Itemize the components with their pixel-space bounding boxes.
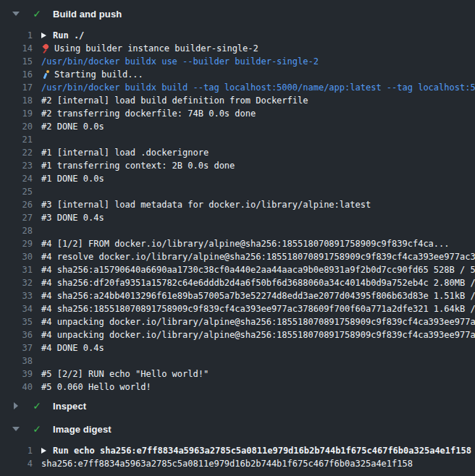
log-text: #1 DONE 0.0s: [41, 172, 104, 185]
log-line: 16Starting build...: [0, 68, 475, 81]
line-number[interactable]: 35: [0, 315, 33, 328]
log-text: Starting build...: [41, 68, 143, 81]
log-line: 1Run echo sha256:e7ff8834a5963a2785c5a08…: [0, 444, 475, 457]
chevron-down-icon: [12, 427, 20, 431]
log-text: #4 sha256:185518070891758909c9f839cf4ca3…: [41, 302, 475, 315]
log-line: 26#3 [internal] load metadata for docker…: [0, 198, 475, 211]
line-number[interactable]: 37: [0, 341, 33, 354]
section-title: Image digest: [53, 424, 112, 435]
log-line: 40#5 0.060 Hello world!: [0, 381, 475, 394]
line-number[interactable]: 34: [0, 302, 33, 315]
log-line: 19#2 transferring dockerfile: 74B 0.0s d…: [0, 107, 475, 120]
runner-icon: [41, 70, 51, 80]
line-number[interactable]: 29: [0, 237, 33, 250]
log-text: /usr/bin/docker buildx build --tag local…: [41, 81, 475, 94]
chevron-down-icon: [12, 12, 20, 16]
line-number[interactable]: 20: [0, 120, 33, 133]
line-number[interactable]: 17: [0, 81, 33, 94]
section-image-digest: ✓ Image digest 1Run echo sha256:e7ff8834…: [0, 421, 475, 470]
line-number[interactable]: 32: [0, 276, 33, 289]
run-arrow-icon[interactable]: [41, 33, 46, 38]
chevron-right-icon: [14, 402, 18, 409]
line-number[interactable]: 16: [0, 68, 33, 81]
line-number[interactable]: 1: [0, 29, 33, 42]
line-number[interactable]: 27: [0, 211, 33, 224]
line-number[interactable]: 31: [0, 263, 33, 276]
log-text: #1 [internal] load .dockerignore: [41, 146, 209, 159]
log-text: #3 [internal] load metadata for docker.i…: [41, 198, 371, 211]
log-line: 28: [0, 224, 475, 237]
log-line: 18#2 [internal] load build definition fr…: [0, 94, 475, 107]
section-title: Build and push: [53, 9, 122, 20]
log-text: #5 0.060 Hello world!: [41, 381, 151, 394]
line-number[interactable]: 40: [0, 381, 33, 394]
line-number[interactable]: 24: [0, 172, 33, 185]
log-text: #4 resolve docker.io/library/alpine@sha2…: [41, 250, 475, 263]
log-line: 35#4 unpacking docker.io/library/alpine@…: [0, 315, 475, 328]
log-line: 23#1 transferring context: 2B 0.0s done: [0, 159, 475, 172]
log-text: #3 DONE 0.4s: [41, 211, 104, 224]
section-header-image-digest[interactable]: ✓ Image digest: [0, 421, 475, 437]
log-text: #4 DONE 0.4s: [41, 341, 104, 354]
check-icon: ✓: [33, 424, 41, 434]
line-number[interactable]: 39: [0, 367, 33, 381]
log-line: 21: [0, 133, 475, 146]
log-line: 38: [0, 354, 475, 367]
line-number[interactable]: 14: [0, 42, 33, 55]
log-line: 14Using builder instance builder-single-…: [0, 42, 475, 55]
log-line: 15/usr/bin/docker buildx use --builder b…: [0, 55, 475, 68]
section-inspect: ✓ Inspect: [0, 398, 475, 414]
log-text: #4 unpacking docker.io/library/alpine@sh…: [41, 315, 475, 328]
line-number[interactable]: 28: [0, 224, 33, 237]
log-text: #1 transferring context: 2B 0.0s done: [41, 159, 235, 172]
log-line: 24#1 DONE 0.0s: [0, 172, 475, 185]
line-number[interactable]: 19: [0, 107, 33, 120]
log-line: 25: [0, 185, 475, 198]
line-number[interactable]: 21: [0, 133, 33, 146]
line-number[interactable]: 25: [0, 185, 33, 198]
log-line: 4sha256:e7ff8834a5963a2785c5a0811e979d16…: [0, 457, 475, 470]
log-lines-image-digest: 1Run echo sha256:e7ff8834a5963a2785c5a08…: [0, 444, 475, 470]
log-line: 22#1 [internal] load .dockerignore: [0, 146, 475, 159]
log-text: #4 sha256:df20fa9351a15782c64e6dddb2d4a6…: [41, 276, 475, 289]
log-line: 29#4 [1/2] FROM docker.io/library/alpine…: [0, 237, 475, 250]
log-line: 33#4 sha256:a24bb4013296f61e89ba57005a7b…: [0, 289, 475, 302]
check-icon: ✓: [33, 9, 41, 19]
section-header-build-and-push[interactable]: ✓ Build and push: [0, 6, 475, 22]
line-number[interactable]: 38: [0, 354, 33, 367]
line-number[interactable]: 33: [0, 289, 33, 302]
log-line: 32#4 sha256:df20fa9351a15782c64e6dddb2d4…: [0, 276, 475, 289]
run-arrow-icon[interactable]: [41, 448, 46, 454]
log-line: 20#2 DONE 0.0s: [0, 120, 475, 133]
log-text: #2 [internal] load build definition from…: [41, 94, 308, 107]
log-text: #4 [1/2] FROM docker.io/library/alpine@s…: [41, 237, 450, 250]
line-number[interactable]: 23: [0, 159, 33, 172]
line-number[interactable]: 26: [0, 198, 33, 211]
line-number[interactable]: 15: [0, 55, 33, 68]
pushpin-icon: [41, 44, 51, 54]
section-build-and-push: ✓ Build and push 1Run ./14Using builder …: [0, 6, 475, 394]
log-text: #5 [2/2] RUN echo "Hello world!": [41, 367, 209, 381]
log-text: #2 transferring dockerfile: 74B 0.0s don…: [41, 107, 256, 120]
line-number[interactable]: 36: [0, 328, 33, 341]
log-line: 34#4 sha256:185518070891758909c9f839cf4c…: [0, 302, 475, 315]
line-number[interactable]: 4: [0, 457, 33, 470]
log-text: /usr/bin/docker buildx use --builder bui…: [41, 55, 319, 68]
log-text: #2 DONE 0.0s: [41, 120, 104, 133]
log-line: 31#4 sha256:a15790640a6690aa1730c38cf0a4…: [0, 263, 475, 276]
line-number[interactable]: 18: [0, 94, 33, 107]
log-line: 27#3 DONE 0.4s: [0, 211, 475, 224]
log-text: #4 unpacking docker.io/library/alpine@sh…: [41, 328, 475, 341]
log-text: #4 sha256:a15790640a6690aa1730c38cf0a440…: [41, 263, 475, 276]
log-line: 30#4 resolve docker.io/library/alpine@sh…: [0, 250, 475, 263]
line-number[interactable]: 30: [0, 250, 33, 263]
log-text: sha256:e7ff8834a5963a2785c5a0811e979d16b…: [41, 457, 413, 470]
section-header-inspect[interactable]: ✓ Inspect: [0, 398, 475, 414]
log-line: 36#4 unpacking docker.io/library/alpine@…: [0, 328, 475, 341]
log-line: 39#5 [2/2] RUN echo "Hello world!": [0, 367, 475, 381]
line-number[interactable]: 22: [0, 146, 33, 159]
log-line: 1Run ./: [0, 29, 475, 42]
actions-log-viewer: ✓ Build and push 1Run ./14Using builder …: [0, 0, 475, 476]
line-number[interactable]: 1: [0, 444, 33, 457]
section-title: Inspect: [53, 401, 86, 412]
